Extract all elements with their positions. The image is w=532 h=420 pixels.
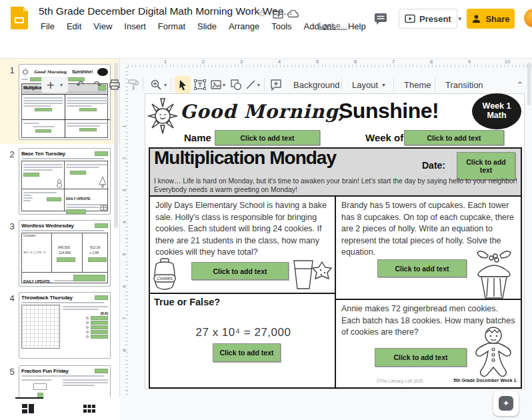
theme-button[interactable]: Theme — [399, 77, 436, 93]
share-button[interactable]: Share — [467, 9, 515, 29]
menu-file[interactable]: File — [35, 21, 61, 31]
mini-math-mid-bottom: - 124,899 — [57, 251, 71, 255]
star-icon[interactable]: ☆ — [257, 7, 266, 19]
menu-arrange[interactable]: Arrange — [223, 21, 265, 31]
comment-history-button[interactable] — [371, 9, 391, 28]
menu-insert[interactable]: Insert — [118, 21, 152, 31]
menu-tools[interactable]: Tools — [265, 21, 297, 31]
gingerbread-man-icon — [472, 325, 515, 385]
user-avatar[interactable] — [524, 9, 532, 27]
comment-icon — [373, 12, 388, 25]
ruler-v-number: 6 — [121, 283, 127, 291]
menu-format[interactable]: Format — [152, 21, 191, 31]
toolbar: + ▼ ↶ ↷ ▼ ▼ ▼ — [0, 37, 532, 59]
mini-title: Wordless Wednesday — [21, 223, 74, 229]
ruler-v-number: 1 — [121, 123, 127, 131]
ruler-h-number: 6 — [352, 59, 359, 65]
document-title[interactable]: 5th Grade December Digital Math Morning … — [39, 5, 292, 17]
intro-text: I know… Life is hard on Monday, but it's… — [154, 177, 518, 195]
present-dropdown-caret[interactable]: ▼ — [457, 9, 463, 28]
ruler-h-number: 9 — [466, 59, 473, 65]
undo-icon[interactable]: ↶ — [72, 76, 88, 93]
slide-page[interactable]: Good Morning, Sunshine! Week 1 Math Name… — [145, 93, 525, 389]
day-title: Multiplication Monday — [154, 147, 336, 169]
present-button[interactable]: Present — [399, 9, 457, 28]
transition-button[interactable]: Transition — [440, 77, 489, 93]
explore-button[interactable]: ✦ — [493, 391, 519, 416]
menu-slide[interactable]: Slide — [191, 21, 223, 31]
slide-thumbnail-5[interactable]: Fraction Fun Friday — [19, 365, 111, 397]
google-slides-window: 5th Grade December Digital Math Morning … — [0, 0, 532, 420]
slide-thumbnail-3[interactable]: Wordless Wednesday Compare 363 ÷ 4 ◯ 276… — [19, 220, 111, 287]
tree-doodle — [99, 176, 107, 188]
slide-filmstrip-panel: 1 Good Morning, Sunshine! Multiplication… — [0, 59, 120, 397]
menu-edit[interactable]: Edit — [61, 21, 87, 31]
filmstrip-view-icon — [21, 403, 35, 415]
plus-icon[interactable]: + — [43, 76, 59, 93]
active-view-indicator — [15, 397, 43, 399]
mini-title: Fraction Fun Friday — [21, 368, 69, 374]
cloud-status-icon[interactable] — [287, 10, 299, 18]
week-badge-line1: Week 1 — [472, 102, 521, 111]
background-button[interactable]: Background — [288, 77, 345, 93]
true-or-false-heading: True or False? — [154, 297, 220, 307]
slide-number: 4 — [7, 293, 17, 303]
ruler-horizontal: 12345678910 — [128, 59, 532, 67]
present-label: Present — [419, 14, 451, 24]
slides-logo-icon — [11, 7, 28, 29]
move-folder-icon[interactable] — [273, 9, 283, 19]
date-input-placeholder[interactable]: Click to add text — [457, 152, 515, 180]
bottom-view-bar — [0, 397, 120, 420]
print-icon[interactable] — [107, 76, 123, 93]
mini-greeting-bold: Sunshine! — [72, 69, 93, 74]
layout-button[interactable]: Layout▼ — [347, 77, 391, 93]
answer-1-placeholder[interactable]: Click to add text — [191, 262, 289, 280]
ruler-v-number: 3 — [121, 187, 127, 195]
cookie-jar-icon: Cookies — [151, 258, 178, 291]
answer-3-placeholder[interactable]: Click to add text — [213, 343, 281, 362]
mini-title: Base Ten Tuesday — [21, 151, 65, 157]
question-cell-1: Jolly Days Elementary School is having a… — [150, 197, 336, 294]
filmstrip-view-button[interactable] — [21, 403, 35, 417]
date-label: Date: — [422, 160, 445, 171]
last-edit-link[interactable]: Last e... — [319, 21, 347, 31]
mini-math-left: 363 ÷ 4 ◯ 276 ÷ 3 — [23, 251, 45, 254]
line-caret[interactable]: ▼ — [255, 76, 263, 93]
shape-tool-icon[interactable] — [228, 76, 244, 93]
image-caret[interactable]: ▼ — [220, 76, 228, 93]
insert-comment-icon[interactable] — [268, 76, 284, 93]
zoom-caret[interactable]: ▼ — [161, 76, 169, 93]
mini-coordinate-grid — [21, 305, 60, 349]
ruler-h-number: 5 — [314, 59, 321, 65]
mini-greeting-script: Good Morning, — [34, 69, 68, 74]
menu-view[interactable]: View — [87, 21, 118, 31]
ruler-h-number: 10 — [504, 59, 511, 65]
answer-2-placeholder[interactable]: Click to add text — [377, 259, 467, 277]
week-badge-line2: Math — [472, 111, 521, 121]
redo-icon[interactable]: ↷ — [89, 76, 105, 93]
worksheet-frame: Multiplication Monday Date: Click to add… — [149, 147, 522, 389]
answer-4-placeholder[interactable]: Click to add text — [375, 348, 467, 367]
select-tool-icon[interactable] — [175, 76, 191, 93]
explore-icon: ✦ — [499, 396, 513, 411]
mini-math-right-bottom: + 2.89 — [89, 251, 99, 255]
slide-thumbnail-2[interactable]: Base Ten Tuesday — [19, 148, 111, 215]
equation-text: 27 x 10⁴ = 27,000 — [170, 326, 317, 339]
ruler-v-number: 2 — [121, 155, 127, 163]
ruler-h-number: 8 — [428, 59, 435, 65]
collapse-toolbar-icon[interactable]: ⌃ — [512, 76, 528, 93]
grid-view-button[interactable] — [83, 403, 96, 417]
paint-format-icon[interactable] — [125, 76, 141, 93]
slide-thumbnail-4[interactable]: Throwback Thursday (8,6) — [19, 292, 111, 359]
gift-doodle — [100, 203, 107, 211]
name-input-placeholder[interactable]: Click to add text — [215, 130, 320, 145]
ruler-h-number: 7 — [390, 59, 397, 65]
text-box-icon[interactable] — [192, 76, 208, 93]
cupcake-icon — [473, 247, 515, 299]
new-slide-caret[interactable]: ▼ — [57, 76, 65, 93]
slide-number: 3 — [7, 221, 17, 231]
milk-and-cookie-icon — [290, 257, 334, 291]
present-button-group: Present ▼ — [399, 9, 457, 29]
week-of-input-placeholder[interactable]: Click to add text — [404, 130, 504, 145]
sun-icon — [147, 97, 178, 136]
